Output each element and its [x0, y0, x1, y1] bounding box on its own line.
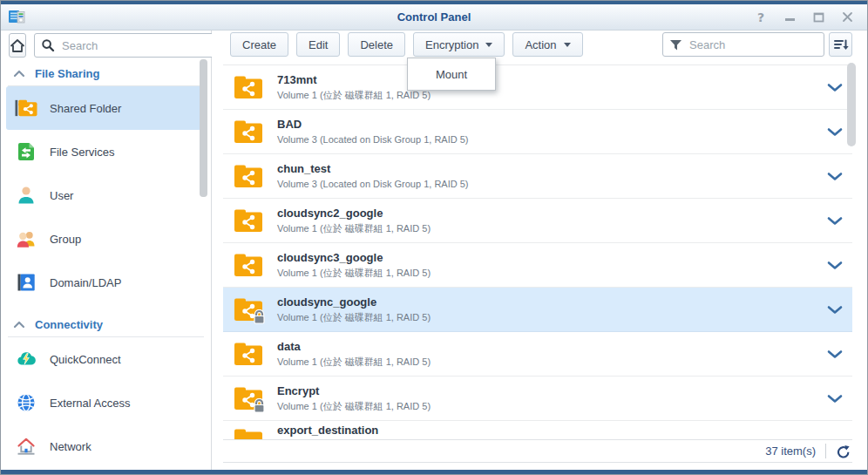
filter-funnel-icon: [669, 39, 682, 51]
shared-folder-panel: Create Edit Delete Encryption Action: [212, 31, 867, 470]
folder-name: cloudsync3_google: [277, 251, 431, 264]
table-row[interactable]: dataVolume 1 (位於 磁碟群組 1, RAID 5): [223, 332, 852, 377]
chevron-down-icon[interactable]: [827, 216, 843, 226]
chevron-down-icon[interactable]: [827, 172, 843, 181]
section-header-connectivity[interactable]: Connectivity: [8, 316, 204, 337]
sidebar-item-label: User: [50, 189, 73, 202]
refresh-button[interactable]: [836, 444, 850, 458]
shared-folder-icon: [234, 253, 263, 277]
folder-location: Volume 1 (位於 磁碟群組 1, RAID 5): [277, 223, 431, 234]
control-panel-window: Control Panel ?: [0, 0, 868, 475]
folder-location: Volume 1 (位於 磁碟群組 1, RAID 5): [277, 356, 431, 368]
user-icon: [15, 184, 37, 207]
encryption-button-label: Encryption: [425, 38, 478, 51]
folder-location: Volume 1 (位於 磁碟群組 1, RAID 5): [277, 268, 431, 279]
search-icon: [41, 38, 55, 52]
folder-location: Volume 3 (Located on Disk Group 1, RAID …: [277, 179, 469, 190]
list-scrollbar[interactable]: [847, 63, 856, 146]
control-panel-app-icon: [8, 10, 25, 24]
window-controls: ?: [755, 11, 867, 24]
sidebar-item-label: File Services: [50, 146, 114, 159]
sidebar-item-group[interactable]: Group: [6, 217, 206, 261]
sidebar-item-network[interactable]: Network: [6, 424, 206, 468]
table-row[interactable]: cloudsync3_googleVolume 1 (位於 磁碟群組 1, RA…: [223, 243, 852, 288]
section-header-file-sharing[interactable]: File Sharing: [8, 64, 204, 86]
sidebar-item-label: QuickConnect: [50, 353, 121, 366]
action-dropdown-button[interactable]: Action: [512, 32, 582, 57]
sidebar-item-user[interactable]: User: [6, 173, 206, 217]
folder-location: Volume 3 (Located on Disk Group 1, RAID …: [277, 134, 469, 146]
close-icon[interactable]: [841, 11, 853, 24]
table-row-clipped[interactable]: export_destination: [223, 421, 852, 440]
quickconnect-icon: [15, 348, 37, 370]
shared-folder-icon: [234, 75, 263, 99]
sidebar-item-domain-ldap[interactable]: Domain/LDAP: [6, 261, 206, 304]
filter-search-input[interactable]: [688, 37, 817, 52]
chevron-down-icon[interactable]: [827, 261, 843, 270]
folder-location: Volume 1 (位於 磁碟群組 1, RAID 5): [277, 312, 431, 323]
filter-search-box: [662, 32, 824, 57]
folder-name: cloudsync2_google: [277, 207, 431, 220]
edit-button[interactable]: Edit: [296, 32, 340, 57]
table-row[interactable]: chun_testVolume 3 (Located on Disk Group…: [223, 154, 852, 199]
statusbar-divider: [825, 444, 826, 458]
lock-icon: [253, 309, 266, 324]
encryption-dropdown-button[interactable]: Encryption: [413, 32, 505, 57]
delete-button[interactable]: Delete: [348, 32, 405, 57]
sidebar-item-file-services[interactable]: File Services: [6, 130, 206, 173]
home-icon: [10, 38, 25, 53]
chevron-down-icon[interactable]: [827, 127, 843, 137]
section-label: File Sharing: [35, 67, 99, 80]
folder-name: Encrypt: [277, 384, 431, 397]
sidebar-toolbar: [1, 33, 211, 58]
folder-location: Volume 1 (位於 磁碟群組 1, RAID 5): [277, 90, 431, 101]
sort-button[interactable]: [829, 32, 852, 57]
sidebar-search-box: [34, 33, 224, 58]
table-row[interactable]: cloudsync2_googleVolume 1 (位於 磁碟群組 1, RA…: [223, 199, 852, 243]
table-row-selected[interactable]: cloudsync_googleVolume 1 (位於 磁碟群組 1, RAI…: [223, 288, 852, 332]
file-services-icon: [15, 140, 37, 163]
network-icon: [15, 435, 37, 458]
sidebar-search-input[interactable]: [60, 38, 217, 53]
sidebar-item-label: Network: [50, 440, 92, 453]
chevron-up-icon: [13, 321, 25, 329]
chevron-down-icon[interactable]: [827, 349, 843, 359]
sidebar-scrollbar[interactable]: [200, 59, 207, 197]
menu-item-mount[interactable]: Mount: [436, 68, 467, 81]
create-button[interactable]: Create: [230, 32, 288, 57]
sidebar-item-label: External Access: [50, 397, 131, 410]
delete-button-label: Delete: [360, 38, 393, 51]
titlebar: Control Panel ?: [1, 4, 867, 31]
toolbar: Create Edit Delete Encryption Action: [230, 32, 852, 57]
sort-icon: [831, 36, 850, 53]
sidebar-item-shared-folder[interactable]: Shared Folder: [6, 86, 206, 130]
sidebar-item-quickconnect[interactable]: QuickConnect: [6, 337, 206, 381]
table-row[interactable]: BADVolume 3 (Located on Disk Group 1, RA…: [223, 110, 852, 154]
sidebar-item-label: Shared Folder: [50, 102, 121, 115]
chevron-down-icon[interactable]: [827, 394, 843, 404]
section-label: Connectivity: [35, 318, 103, 331]
folder-name: chun_test: [277, 162, 469, 175]
sidebar-item-external-access[interactable]: External Access: [6, 381, 206, 424]
folder-name: BAD: [277, 118, 469, 131]
sidebar: File Sharing Shared Folder: [1, 31, 212, 470]
chevron-down-icon[interactable]: [827, 83, 843, 92]
table-row[interactable]: 713mntVolume 1 (位於 磁碟群組 1, RAID 5): [223, 65, 852, 110]
shared-folder-icon: [234, 428, 263, 440]
table-row[interactable]: EncryptVolume 1 (位於 磁碟群組 1, RAID 5): [223, 377, 852, 421]
chevron-down-icon[interactable]: [827, 305, 843, 315]
window-bottom-strip: [1, 470, 867, 474]
sidebar-item-label: Domain/LDAP: [50, 276, 121, 289]
minimize-icon[interactable]: [783, 11, 796, 24]
maximize-icon[interactable]: [812, 11, 824, 24]
chevron-up-icon: [13, 70, 25, 78]
caret-down-icon: [485, 43, 492, 47]
help-icon[interactable]: ?: [755, 11, 767, 24]
encryption-menu: Mount: [407, 58, 496, 91]
sidebar-item-label: Group: [50, 233, 81, 246]
shared-folder-icon: [15, 97, 37, 119]
shared-folder-icon: [234, 342, 263, 366]
external-access-icon: [15, 391, 37, 414]
encrypted-shared-folder-icon: [234, 386, 263, 411]
home-button[interactable]: [9, 33, 26, 58]
